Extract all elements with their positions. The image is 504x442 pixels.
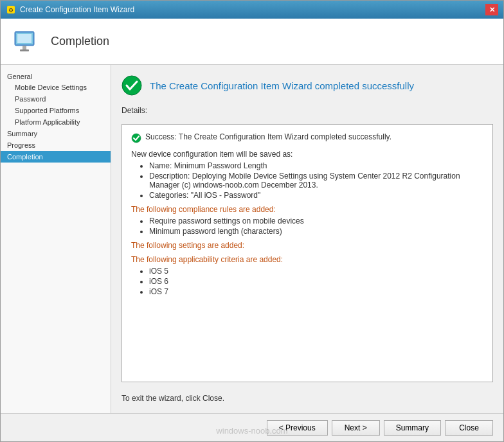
exit-text: To exit the wizard, click Close. <box>122 394 493 403</box>
svg-rect-5 <box>20 49 29 51</box>
header-title: Completion <box>51 35 109 48</box>
details-label: Details: <box>122 106 493 115</box>
name-item: Name: Minimum Password Length <box>149 161 483 170</box>
sidebar-item-platform-applicability[interactable]: Platform Applicability <box>1 116 111 128</box>
title-bar-text: Create Configuration Item Wizard <box>20 5 134 14</box>
success-icon <box>122 75 142 96</box>
svg-rect-4 <box>22 46 26 49</box>
wizard-window: ⚙ Create Configuration Item Wizard ✕ Com… <box>0 0 504 442</box>
close-button[interactable]: Close <box>445 420 493 436</box>
success-header: The Create Configuration Item Wizard com… <box>122 75 493 96</box>
previous-button[interactable]: < Previous <box>267 420 328 436</box>
close-window-button[interactable]: ✕ <box>485 4 498 15</box>
main-area: General Mobile Device Settings Password … <box>1 65 503 413</box>
next-button[interactable]: Next > <box>332 420 380 436</box>
applicability-3: iOS 7 <box>149 287 483 296</box>
success-line: Success: The Create Configuration Item W… <box>131 132 483 143</box>
content-area: The Create Configuration Item Wizard com… <box>111 65 503 413</box>
title-bar-left: ⚙ Create Configuration Item Wizard <box>6 4 134 15</box>
compliance-rule-2: Minimum password length (characters) <box>149 227 483 236</box>
sidebar-item-completion[interactable]: Completion <box>1 151 111 163</box>
compliance-rule-1: Require password settings on mobile devi… <box>149 217 483 225</box>
saved-as-list: Name: Minimum Password Length Descriptio… <box>131 161 483 200</box>
details-box: Success: The Create Configuration Item W… <box>122 124 493 382</box>
sidebar-general-label: General <box>1 70 111 82</box>
categories-item: Categories: "All iOS - Password" <box>149 191 483 200</box>
wizard-header: Completion <box>1 19 503 65</box>
app-icon: ⚙ <box>6 4 16 15</box>
svg-rect-6 <box>17 34 32 43</box>
footer: < Previous Next > Summary Close <box>1 413 503 441</box>
sidebar-item-summary[interactable]: Summary <box>1 128 111 139</box>
sidebar-item-supported-platforms[interactable]: Supported Platforms <box>1 105 111 116</box>
compliance-rules-list: Require password settings on mobile devi… <box>131 217 483 236</box>
sidebar-item-mobile-device-settings[interactable]: Mobile Device Settings <box>1 82 111 93</box>
compliance-rules-label: The following compliance rules are added… <box>131 205 483 214</box>
sidebar-item-progress[interactable]: Progress <box>1 139 111 151</box>
applicability-list: iOS 5 iOS 6 iOS 7 <box>131 267 483 296</box>
settings-label: The following settings are added: <box>131 241 483 250</box>
svg-text:⚙: ⚙ <box>8 7 14 13</box>
applicability-2: iOS 6 <box>149 277 483 286</box>
applicability-1: iOS 5 <box>149 267 483 276</box>
applicability-label: The following applicability criteria are… <box>131 255 483 264</box>
small-success-icon <box>131 133 141 143</box>
svg-point-7 <box>122 76 141 95</box>
success-title: The Create Configuration Item Wizard com… <box>150 80 414 91</box>
description-item: Description: Deploying Mobile Device Set… <box>149 172 483 190</box>
success-message: Success: The Create Configuration Item W… <box>145 132 392 141</box>
title-bar: ⚙ Create Configuration Item Wizard ✕ <box>1 1 503 19</box>
completion-icon <box>11 26 42 57</box>
sidebar-item-password[interactable]: Password <box>1 93 111 105</box>
saved-as-label: New device configuration item will be sa… <box>131 150 483 159</box>
sidebar: General Mobile Device Settings Password … <box>1 65 111 413</box>
summary-button[interactable]: Summary <box>384 420 441 436</box>
